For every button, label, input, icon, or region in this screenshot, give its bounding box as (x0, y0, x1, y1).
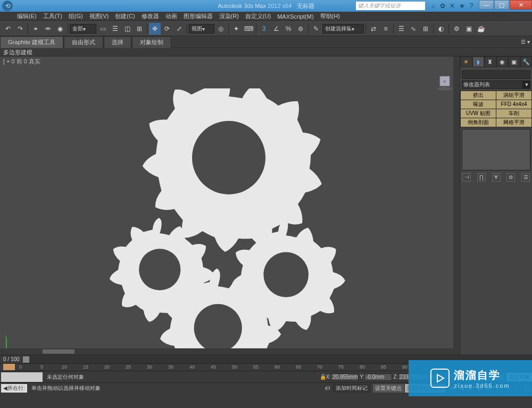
time-slider-thumb[interactable] (23, 356, 29, 363)
cmdtab-modify-icon[interactable]: ◗ (472, 56, 485, 67)
configure-sets-icon[interactable]: ☰ (521, 173, 530, 182)
undo-icon[interactable]: ↶ (2, 23, 14, 35)
menu-help[interactable]: 帮助(H) (317, 12, 343, 20)
infocenter-icon[interactable]: ⌕ (429, 2, 437, 10)
window-crossing-icon[interactable]: ⊞ (134, 23, 145, 35)
menu-view[interactable]: 视图(V) (86, 12, 112, 20)
lock-icon[interactable]: 🔒 (320, 374, 326, 380)
menu-animation[interactable]: 动画 (162, 12, 180, 20)
remove-mod-icon[interactable]: ⊘ (506, 173, 515, 182)
menu-grapheditors[interactable]: 图形编辑器 (180, 12, 216, 20)
dropdown-arrow-icon[interactable]: ▼ (523, 80, 530, 89)
object-name-input[interactable] (462, 70, 530, 79)
tab-objectpaint[interactable]: 对象绘制 (132, 36, 171, 48)
modifier-stack[interactable] (462, 129, 530, 170)
favorite-icon[interactable]: ★ (458, 2, 466, 10)
viewport[interactable]: [ + 0 前 0 真实 前 (0, 56, 460, 355)
tab-selection[interactable]: 选择 (104, 36, 131, 48)
refcoord-dropdown[interactable]: 视图 ▾ (189, 24, 214, 34)
redo-icon[interactable]: ↷ (14, 23, 26, 35)
maximize-button[interactable]: ▢ (494, 0, 509, 10)
add-time-tag[interactable]: 添加时间标记 (332, 384, 371, 393)
coord-y-input[interactable]: -0.0mm (364, 373, 392, 381)
pin-stack-icon[interactable]: ⊣ (462, 173, 471, 182)
spinner-snap-icon[interactable]: ⊚ (295, 23, 306, 35)
percent-snap-icon[interactable]: % (282, 23, 294, 35)
keyboard-icon[interactable]: ⌨ (243, 23, 254, 35)
named-selset-dropdown[interactable]: 创建选择集 ▾ (322, 24, 364, 34)
menu-edit[interactable]: 编辑(E) (14, 12, 40, 20)
mod-ffd[interactable]: FFD 4x4x4 (496, 100, 531, 109)
mod-noise[interactable]: 噪波 (461, 100, 496, 109)
render-frame-icon[interactable]: ▣ (463, 23, 475, 35)
cmdtab-create-icon[interactable]: ☀ (460, 56, 472, 67)
edit-selset-icon[interactable]: ✎ (310, 23, 322, 35)
menu-tools[interactable]: 工具(T) (40, 12, 65, 20)
curve-editor-icon[interactable]: ∿ (408, 23, 419, 35)
select-region-icon[interactable]: ◫ (121, 23, 133, 35)
menu-render[interactable]: 渲染(R) (216, 12, 242, 20)
coord-x-input[interactable]: 20.855mm (331, 373, 359, 381)
align-icon[interactable]: ≡ (380, 23, 392, 35)
pivot-icon[interactable]: ◎ (215, 23, 227, 35)
tag-icon[interactable]: 🏷 (325, 385, 330, 391)
rotate-icon[interactable]: ⟳ (161, 23, 173, 35)
cmdtab-hierarchy-icon[interactable]: ♜ (484, 56, 496, 67)
tab-graphite[interactable]: Graphite 建模工具 (0, 36, 63, 48)
signin-icon[interactable]: ✿ (439, 2, 446, 10)
show-result-icon[interactable]: ∏ (477, 173, 486, 182)
selection-filter-dropdown[interactable]: 全部 ▾ (70, 24, 96, 34)
viewport-label[interactable]: [ + 0 前 0 真实 (3, 58, 40, 66)
ribbon-expand-icon[interactable]: ☰ ▾ (521, 39, 530, 45)
manipulate-icon[interactable]: ✦ (230, 23, 242, 35)
app-logo-icon[interactable]: ⟲ (2, 1, 13, 11)
ruler-tick: 20 (104, 364, 110, 370)
cmdtab-display-icon[interactable]: ▣ (508, 56, 520, 67)
mod-lathe[interactable]: 车削 (496, 109, 531, 118)
close-button[interactable]: ✕ (510, 0, 532, 10)
make-unique-icon[interactable]: ∀ (492, 173, 501, 182)
mod-meshsmooth[interactable]: 网格平滑 (496, 118, 531, 127)
ruler-tick: 50 (232, 364, 237, 370)
viewcube-icon[interactable]: 前 (435, 72, 454, 92)
menu-maxscript[interactable]: MAXScript(M) (274, 13, 317, 20)
help-icon[interactable]: ? (468, 2, 475, 10)
render-icon[interactable]: ☕ (475, 23, 487, 35)
mod-uvwmap[interactable]: UVW 贴图 (461, 109, 496, 118)
mod-turbosmooth[interactable]: 涡轮平滑 (496, 91, 531, 100)
exchange-icon[interactable]: ✕ (448, 2, 456, 10)
viewport-hscroll[interactable] (0, 348, 460, 355)
schematic-icon[interactable]: ⊞ (420, 23, 431, 35)
angle-snap-icon[interactable]: ∠ (270, 23, 282, 35)
material-editor-icon[interactable]: ◐ (435, 23, 447, 35)
unlink-icon[interactable]: ⚮ (42, 23, 54, 35)
bind-icon[interactable]: ◉ (54, 23, 66, 35)
mirror-icon[interactable]: ⇄ (368, 23, 379, 35)
select-name-icon[interactable]: ☰ (109, 23, 121, 35)
scale-icon[interactable]: ⤢ (173, 23, 185, 35)
render-setup-icon[interactable]: ⚙ (451, 23, 462, 35)
menu-customize[interactable]: 自定义(U) (242, 12, 274, 20)
minimize-button[interactable]: — (479, 0, 494, 10)
menu-group[interactable]: 组(G) (65, 12, 86, 20)
menu-create[interactable]: 创建(C) (112, 12, 138, 20)
modifier-list-dropdown[interactable]: 修改器列表 (462, 80, 523, 89)
ruler-tick: 25 (126, 364, 131, 370)
mod-extrude[interactable]: 挤出 (461, 91, 496, 100)
move-icon[interactable]: ✥ (149, 23, 161, 35)
cmdtab-motion-icon[interactable]: ◉ (496, 56, 509, 67)
mod-bevelprofile[interactable]: 倒角剖面 (461, 118, 496, 127)
timeline-config-icon[interactable] (3, 364, 15, 370)
link-icon[interactable]: ⚭ (30, 23, 41, 35)
tab-freeform[interactable]: 自由形式 (64, 36, 103, 48)
viewport-vscroll[interactable] (453, 56, 460, 348)
menu-modifiers[interactable]: 修改器 (138, 12, 162, 20)
setkey-button[interactable]: 设置关键点 (373, 384, 404, 393)
snap-icon[interactable]: 3 (258, 23, 270, 35)
select-icon[interactable]: ▭ (97, 23, 109, 35)
layers-icon[interactable]: ☰ (395, 23, 407, 35)
title-bar: ⟲ Autodesk 3ds Max 2012 x64 无标题 键入关键字或短语… (0, 0, 532, 12)
ribbon-panel-label[interactable]: 多边形建模 (0, 48, 532, 56)
help-search-input[interactable]: 键入关键字或短语 (356, 2, 425, 10)
cmdtab-utilities-icon[interactable]: 🔧 (520, 56, 533, 67)
